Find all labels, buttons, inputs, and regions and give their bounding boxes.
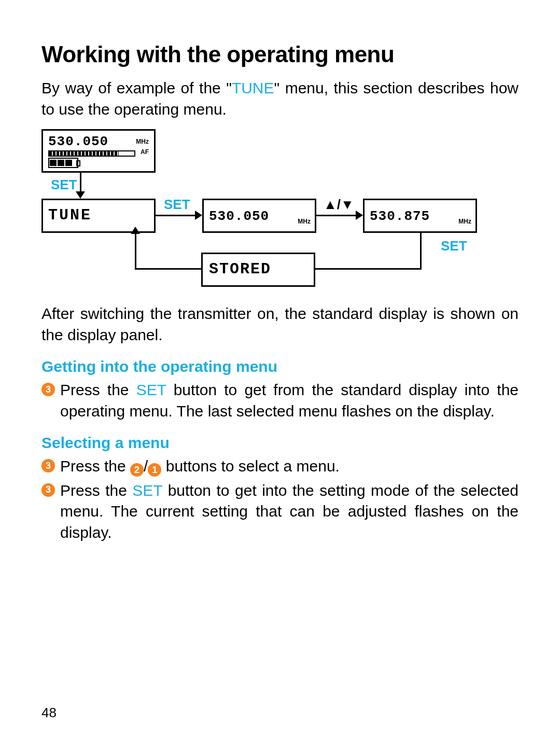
intro-tune: TUNE [232, 79, 274, 96]
diagram-freq1: 530.050 [209, 208, 269, 224]
intro-paragraph: By way of example of the "TUNE" menu, th… [41, 78, 519, 120]
inline-badge-1: 1 [148, 463, 161, 477]
intro-pre: By way of example of the " [41, 79, 232, 96]
diagram-standard-display: 530.050 MHz AF [41, 129, 156, 173]
s2b-pre: Press the [60, 482, 132, 499]
diagram-af-bar [48, 150, 135, 157]
diagram-top-freq: 530.050 [48, 134, 108, 149]
diagram-stored-box: STORED [201, 253, 315, 287]
section2-step2: 3 Press the SET button to get into the s… [41, 480, 519, 544]
inline-badge-2: 2 [130, 463, 144, 477]
diagram-set-label-2: SET [164, 197, 190, 213]
diagram-tune-text: TUNE [48, 206, 92, 224]
diagram-stored-text: STORED [209, 260, 271, 278]
diagram-top-unit: MHz [136, 138, 149, 145]
page-number: 48 [41, 705, 57, 721]
after-diagram-paragraph: After switching the transmitter on, the … [41, 303, 519, 345]
s2b-set: SET [132, 482, 162, 499]
step-badge-3b: 3 [41, 459, 55, 472]
section1-heading: Getting into the operating menu [41, 358, 519, 375]
diagram-battery-icon [48, 158, 78, 168]
diagram-freq1-box: 530.050 MHz [202, 199, 316, 233]
section2-heading: Selecting a menu [41, 434, 519, 452]
s2a-slash: / [144, 457, 148, 475]
diagram-af-label: AF [141, 148, 149, 156]
section1-step: 3 Press the SET button to get from the s… [41, 380, 519, 422]
diagram-freq2-unit: MHz [458, 218, 471, 225]
diagram-updown-label: ▲/▼ [324, 197, 354, 213]
diagram-freq1-unit: MHz [298, 218, 311, 225]
diagram-freq2-box: 530.875 MHz [363, 199, 477, 233]
section2-step1: 3 Press the 2/1 buttons to select a menu… [41, 456, 519, 477]
diagram-set-label-3: SET [441, 238, 467, 254]
s1-pre: Press the [60, 381, 136, 398]
step-badge-3: 3 [41, 383, 55, 396]
operating-menu-diagram: 530.050 MHz AF SET TUNE SET 530.050 MHz [41, 129, 519, 290]
s2a-post: buttons to select a menu. [161, 457, 340, 475]
s1-set: SET [136, 381, 166, 398]
step-badge-3c: 3 [41, 483, 55, 497]
diagram-set-label-1: SET [51, 177, 77, 193]
s2a-pre: Press the [60, 457, 130, 475]
diagram-freq2: 530.875 [370, 208, 430, 224]
page-title: Working with the operating menu [41, 41, 519, 67]
